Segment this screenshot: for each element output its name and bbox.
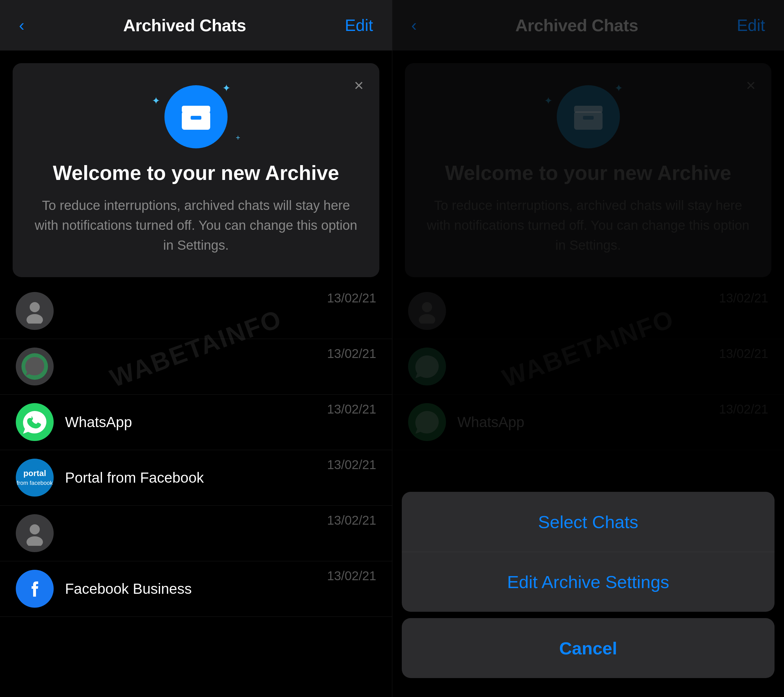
right-panel: ‹ Archived Chats Edit × ✦ ✦ Welcome to y… xyxy=(392,0,784,697)
person-icon-1 xyxy=(22,298,47,323)
left-chat-date-3: 13/02/21 xyxy=(327,402,376,416)
select-chats-button[interactable]: Select Chats xyxy=(402,492,774,552)
person-icon-5 xyxy=(22,521,47,546)
edit-archive-settings-button[interactable]: Edit Archive Settings xyxy=(402,552,774,612)
sparkle-3-icon: + xyxy=(236,133,240,142)
left-chat-list: 13/02/21 13/02/21 WhatsApp xyxy=(0,277,392,697)
svg-rect-1 xyxy=(182,106,210,113)
left-chat-date-1: 13/02/21 xyxy=(327,291,376,305)
sparkle-1-icon: ✦ xyxy=(222,82,231,94)
svg-point-4 xyxy=(26,314,43,323)
svg-rect-2 xyxy=(191,116,201,120)
sparkle-2-icon: ✦ xyxy=(152,95,160,107)
left-chat-date-2: 13/02/21 xyxy=(327,347,376,361)
left-chat-avatar-5 xyxy=(16,514,54,552)
svg-point-6 xyxy=(30,524,40,534)
action-sheet-group: Select Chats Edit Archive Settings xyxy=(402,492,774,612)
left-chat-item-4[interactable]: portalfrom facebook Portal from Facebook… xyxy=(0,450,392,506)
left-chat-info-3: WhatsApp xyxy=(65,414,327,430)
left-chat-item-3[interactable]: WhatsApp 13/02/21 xyxy=(0,395,392,450)
cancel-button[interactable]: Cancel xyxy=(402,618,774,678)
left-chat-name-3: WhatsApp xyxy=(65,414,327,430)
left-chat-item-5[interactable]: 13/02/21 xyxy=(0,506,392,561)
left-back-button[interactable]: ‹ xyxy=(19,16,24,35)
left-chat-item-6[interactable]: Facebook Business 13/02/21 xyxy=(0,561,392,617)
facebook-icon-6 xyxy=(20,575,49,603)
left-chat-avatar-4: portalfrom facebook xyxy=(16,459,54,496)
left-chat-info-6: Facebook Business xyxy=(65,580,327,597)
left-welcome-card: × ✦ ✦ + Welcome to your new Archive To r… xyxy=(13,63,379,277)
left-chat-item-2[interactable]: 13/02/21 xyxy=(0,339,392,395)
left-archive-icon-container: ✦ ✦ + xyxy=(165,85,227,148)
left-chat-avatar-1 xyxy=(16,292,54,330)
edit-archive-settings-label: Edit Archive Settings xyxy=(507,572,669,592)
left-chat-avatar-6 xyxy=(16,570,54,608)
portal-label: portalfrom facebook xyxy=(17,469,53,487)
whatsapp-icon-3 xyxy=(20,408,49,436)
left-archive-icon-bg xyxy=(165,85,227,148)
svg-point-7 xyxy=(26,536,43,546)
left-nav-bar: ‹ Archived Chats Edit xyxy=(0,0,392,51)
left-panel: ‹ Archived Chats Edit × ✦ ✦ + Welcome to… xyxy=(0,0,392,697)
left-welcome-title: Welcome to your new Archive xyxy=(53,161,339,185)
left-nav-title: Archived Chats xyxy=(123,15,246,35)
left-chat-name-4: Portal from Facebook xyxy=(65,469,327,486)
left-chat-date-5: 13/02/21 xyxy=(327,513,376,527)
cancel-label: Cancel xyxy=(559,638,618,659)
left-chat-name-6: Facebook Business xyxy=(65,580,327,597)
left-chat-date-6: 13/02/21 xyxy=(327,569,376,583)
svg-point-3 xyxy=(30,302,40,312)
left-welcome-desc: To reduce interruptions, archived chats … xyxy=(31,195,361,255)
left-archive-svg-icon xyxy=(179,99,213,134)
left-chat-avatar-3 xyxy=(16,403,54,441)
left-chat-info-4: Portal from Facebook xyxy=(65,469,327,486)
left-chat-item-1[interactable]: 13/02/21 xyxy=(0,283,392,339)
select-chats-label: Select Chats xyxy=(538,512,639,532)
left-close-button[interactable]: × xyxy=(354,76,364,95)
action-sheet: Select Chats Edit Archive Settings Cance… xyxy=(392,492,784,697)
cancel-item[interactable]: Cancel xyxy=(402,618,774,678)
svg-rect-0 xyxy=(182,111,210,130)
whatsapp-icon-2 xyxy=(20,352,49,381)
left-chat-avatar-2 xyxy=(16,348,54,386)
left-chat-date-4: 13/02/21 xyxy=(327,458,376,472)
left-edit-button[interactable]: Edit xyxy=(345,16,373,35)
